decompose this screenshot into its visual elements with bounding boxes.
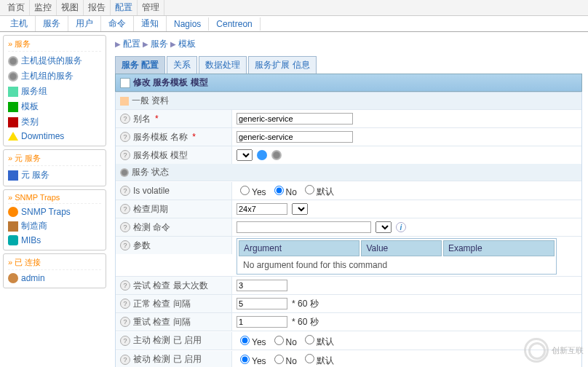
active-yes[interactable]: Yes — [237, 334, 266, 347]
sidebar-item-category[interactable]: 类别 — [8, 114, 101, 130]
passive-default[interactable]: 默认 — [301, 352, 334, 367]
help-icon[interactable]: ? — [120, 114, 130, 124]
sidebar-item-snmp-traps[interactable]: SNMP Traps — [8, 205, 101, 218]
active-no[interactable]: No — [271, 334, 297, 347]
passive-no[interactable]: No — [271, 352, 297, 366]
crumb-config[interactable]: 配置 — [115, 39, 140, 49]
volatile-no[interactable]: No — [271, 184, 297, 197]
submenu-item-0[interactable]: 主机 — [3, 16, 36, 31]
tab-relations[interactable]: 关系 — [167, 56, 197, 74]
sidebar-panel-services: 服务 主机提供的服务 主机组的服务 服务组 模板 类别 Downtimes — [3, 35, 106, 146]
form-icon — [120, 78, 130, 88]
check-cmd-select[interactable] — [376, 221, 392, 233]
unit-label: * 60 秒 — [292, 298, 319, 310]
section-label: 服务 状态 — [132, 166, 169, 178]
normal-interval-input[interactable] — [237, 298, 287, 309]
sidebar-panel-connected: 已 连接 admin — [3, 253, 106, 288]
retry-interval-input[interactable] — [237, 316, 287, 328]
help-icon[interactable]: ? — [120, 222, 130, 232]
args-th-ex: Example — [443, 240, 555, 256]
sidebar-item-servicegroup[interactable]: 服务组 — [8, 84, 101, 99]
help-icon[interactable]: ? — [120, 355, 130, 365]
folder-icon — [8, 87, 18, 97]
help-icon[interactable]: ? — [120, 186, 130, 196]
sidebar-item-label: 模板 — [21, 100, 39, 113]
sidebar-item-label: 主机提供的服务 — [21, 55, 82, 67]
help-icon[interactable]: ? — [120, 280, 130, 291]
check-cmd-input[interactable] — [237, 221, 371, 233]
watermark-logo-icon — [524, 338, 549, 363]
mibs-icon — [8, 235, 18, 245]
max-check-input[interactable] — [237, 280, 287, 291]
submenu-item-4[interactable]: 通知 — [134, 16, 167, 31]
meta-icon — [8, 170, 18, 181]
tplmodel-select[interactable] — [237, 149, 253, 161]
passive-yes[interactable]: Yes — [237, 352, 266, 366]
opt-label: Yes — [252, 356, 266, 366]
form-body: 一般 资料 ?别名* ?服务模板 名称* ?服务模板 模型 服务 状态 ?Is … — [115, 92, 582, 367]
submenu-item-6[interactable]: Centreon — [209, 17, 260, 31]
topmenu-item-1[interactable]: 监控 — [30, 0, 57, 15]
sidebar-item-mibs[interactable]: MIBs — [8, 234, 101, 247]
topmenu-item-0[interactable]: 首页 — [3, 0, 30, 15]
sidebar-item-admin[interactable]: admin — [8, 272, 101, 285]
help-icon[interactable]: ? — [120, 299, 130, 309]
submenu-item-5[interactable]: Nagios — [167, 17, 209, 31]
check-period-label: 检查周期 — [133, 203, 168, 216]
panel-title: SNMP Traps — [8, 193, 101, 204]
sidebar-item-hostgroup-services[interactable]: 主机组的服务 — [8, 68, 101, 84]
watermark: 创新互联 — [524, 338, 584, 363]
sidebar-item-host-services[interactable]: 主机提供的服务 — [8, 53, 101, 68]
tplname-input[interactable] — [237, 131, 353, 143]
sidebar-item-label: 服务组 — [21, 85, 47, 98]
check-period-input[interactable] — [237, 203, 287, 215]
help-icon[interactable]: ? — [120, 240, 130, 250]
crumb-service[interactable]: 服务 — [143, 39, 168, 49]
opt-label: No — [286, 187, 297, 197]
submenu-item-1[interactable]: 服务 — [36, 16, 68, 31]
opt-label: 默认 — [317, 355, 334, 366]
help-icon[interactable]: ? — [120, 336, 130, 346]
form-title-text: 修改 服务模板 模型 — [133, 76, 208, 89]
crumb-template[interactable]: 模板 — [170, 39, 196, 49]
sidebar-item-template[interactable]: 模板 — [8, 99, 101, 114]
sidebar-item-label: 元 服务 — [21, 169, 49, 181]
alias-input[interactable] — [237, 113, 353, 125]
topmenu-item-4[interactable]: 配置 — [111, 0, 138, 15]
submenu-item-2[interactable]: 用户 — [68, 16, 101, 31]
sidebar-item-label: 制造商 — [21, 220, 47, 232]
sidebar-item-meta-service[interactable]: 元 服务 — [8, 167, 101, 183]
section-status: 服务 状态 — [116, 164, 581, 181]
help-icon[interactable]: ? — [120, 317, 130, 327]
topmenu-item-2[interactable]: 视图 — [57, 0, 84, 15]
volatile-yes[interactable]: Yes — [237, 184, 266, 197]
tab-service-config[interactable]: 服务 配置 — [115, 56, 165, 74]
gear-icon[interactable] — [271, 150, 282, 160]
args-label: 参数 — [133, 240, 151, 252]
sidebar-item-label: SNMP Traps — [21, 207, 71, 217]
topmenu-item-5[interactable]: 管理 — [138, 0, 164, 15]
sidebar-item-vendor[interactable]: 制造商 — [8, 218, 101, 234]
active-default[interactable]: 默认 — [301, 333, 334, 348]
topmenu-item-3[interactable]: 报告 — [84, 0, 111, 15]
category-icon — [8, 117, 18, 127]
sidebar: 服务 主机提供的服务 主机组的服务 服务组 模板 类别 Downtimes 元 … — [0, 32, 109, 367]
submenu-item-3[interactable]: 命令 — [101, 16, 134, 31]
panel-title: 元 服务 — [8, 153, 101, 166]
help-icon[interactable]: ? — [120, 132, 130, 142]
help-icon[interactable]: ? — [120, 150, 130, 160]
check-period-select[interactable] — [292, 203, 308, 215]
info-icon[interactable]: i — [396, 222, 406, 232]
help-icon[interactable]: ? — [120, 204, 130, 214]
sidebar-item-label: 主机组的服务 — [21, 70, 74, 82]
opt-label: Yes — [252, 187, 266, 197]
opt-label: No — [286, 337, 297, 347]
tab-ext-info[interactable]: 服务扩展 信息 — [248, 56, 316, 74]
panel-title: 服务 — [8, 39, 101, 52]
args-th-arg: Argument — [239, 240, 359, 256]
volatile-default[interactable]: 默认 — [301, 183, 334, 198]
args-th-val: Value — [361, 240, 441, 256]
globe-icon[interactable] — [257, 150, 267, 160]
tab-data-process[interactable]: 数据处理 — [199, 56, 247, 74]
sidebar-item-downtimes[interactable]: Downtimes — [8, 130, 101, 143]
